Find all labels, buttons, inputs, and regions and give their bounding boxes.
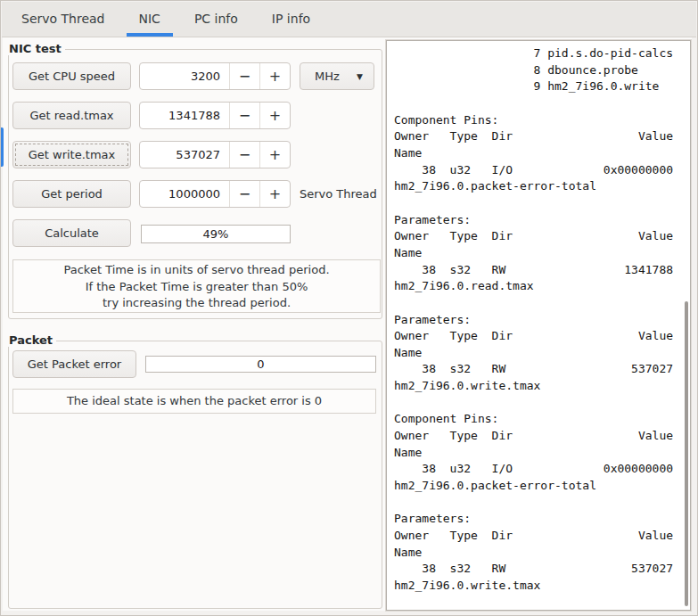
- packet-error-display: 0: [145, 356, 376, 373]
- period-increment-button[interactable]: +: [259, 181, 290, 207]
- tab-nic[interactable]: NIC: [127, 2, 173, 37]
- read-tmax-decrement-button[interactable]: −: [229, 103, 259, 128]
- unit-combobox-value: MHz: [315, 70, 340, 83]
- write-tmax-decrement-button[interactable]: −: [229, 142, 259, 168]
- packet-time-info-line2: If the Packet Time is greater than 50%: [13, 279, 380, 296]
- packet-frame: [8, 341, 382, 609]
- cpu-speed-decrement-button[interactable]: −: [229, 63, 259, 89]
- calculate-button[interactable]: Calculate: [12, 219, 131, 247]
- write-tmax-spinbox: 537027 − +: [139, 141, 291, 168]
- unit-combobox[interactable]: MHz ▼: [300, 62, 374, 90]
- nic-test-frame-label: NIC test: [8, 42, 65, 55]
- tab-ip-info[interactable]: IP info: [259, 2, 323, 37]
- read-tmax-spinbox: 1341788 − +: [139, 102, 291, 129]
- period-decrement-button[interactable]: −: [229, 181, 259, 207]
- ideal-state-info-box: The ideal state is when the packet error…: [12, 389, 376, 414]
- vertical-scrollbar-thumb[interactable]: [685, 301, 688, 606]
- packet-time-info-line3: try increasing the thread period.: [13, 295, 380, 312]
- read-tmax-value[interactable]: 1341788: [140, 103, 229, 128]
- tab-servo-thread[interactable]: Servo Thread: [9, 2, 118, 37]
- dropdown-arrow-icon: ▼: [357, 72, 363, 81]
- app-window: Servo Thread NIC PC info IP info NIC tes…: [0, 0, 698, 616]
- period-value[interactable]: 1000000: [140, 181, 229, 207]
- read-tmax-increment-button[interactable]: +: [259, 103, 290, 128]
- left-scrollbar-indicator[interactable]: [1, 127, 4, 167]
- write-tmax-value[interactable]: 537027: [140, 142, 229, 168]
- write-tmax-increment-button[interactable]: +: [259, 142, 290, 168]
- packet-time-info-box: Packet Time is in units of servo thread …: [12, 259, 381, 313]
- packet-time-info-line1: Packet Time is in units of servo thread …: [13, 262, 380, 279]
- hal-output-panel[interactable]: 7 pid.s.do-pid-calcs 8 dbounce.probe 9 h…: [386, 40, 691, 611]
- get-packet-error-button[interactable]: Get Packet error: [12, 350, 136, 378]
- cpu-speed-value[interactable]: 3200: [140, 63, 229, 89]
- servo-thread-label: Servo Thread: [300, 180, 380, 208]
- packet-time-percent-display: 49%: [141, 225, 291, 243]
- packet-frame-label: Packet: [8, 333, 56, 347]
- tab-pc-info[interactable]: PC info: [182, 2, 250, 37]
- get-write-tmax-button[interactable]: Get write.tmax: [12, 141, 131, 168]
- hal-output: 7 pid.s.do-pid-calcs 8 dbounce.probe 9 h…: [387, 41, 690, 610]
- get-read-tmax-button[interactable]: Get read.tmax: [12, 102, 131, 129]
- period-spinbox: 1000000 − +: [139, 180, 291, 208]
- cpu-speed-spinbox: 3200 − +: [139, 62, 291, 90]
- get-cpu-speed-button[interactable]: Get CPU speed: [12, 62, 131, 90]
- get-period-button[interactable]: Get period: [12, 180, 131, 208]
- tab-bar: Servo Thread NIC PC info IP info: [2, 2, 696, 37]
- cpu-speed-increment-button[interactable]: +: [259, 63, 290, 89]
